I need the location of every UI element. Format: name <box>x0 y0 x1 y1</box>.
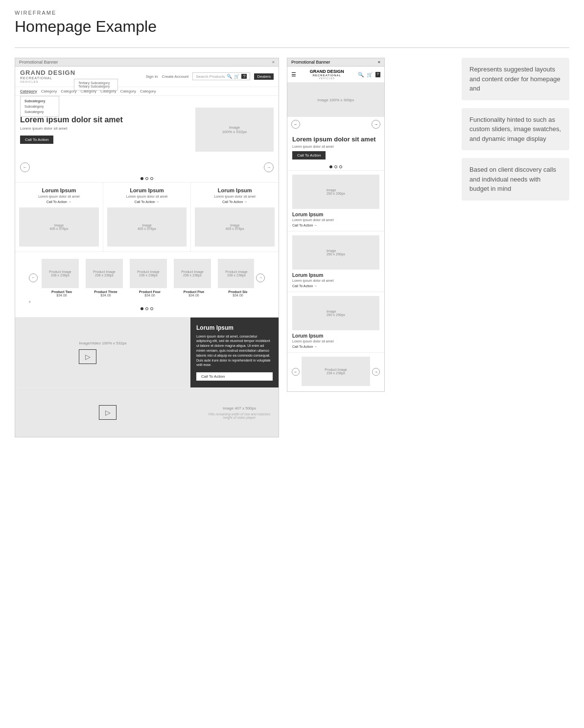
product-4-price: $34.00 <box>174 294 214 297</box>
hero-cta-button[interactable]: Call To Action <box>20 136 53 144</box>
bottom-section: ▷ Image 407 x 500px Fills remaining widt… <box>15 387 279 437</box>
mobile-dot-3[interactable] <box>339 165 342 168</box>
mobile-nav-icons: 🔍 🛒 ? <box>358 72 380 77</box>
user-icon[interactable]: ? <box>241 74 247 79</box>
mobile-dot-1[interactable] <box>329 165 332 168</box>
video-section: Image/Video 100% x 532px ▷ Lorum Ipsum L… <box>15 317 279 388</box>
product-3-image: Product Image 238 x 238px <box>130 259 167 288</box>
products-list: Product Image 238 x 238px Product Two $3… <box>40 257 254 299</box>
mobile-card-3-title: Lorum Ipsum <box>292 333 379 339</box>
product-4-label: Product Image 238 x 238px <box>181 270 204 277</box>
video-left: Image/Video 100% x 532px ▷ <box>15 318 190 388</box>
bottom-img-label: Image 407 x 500px <box>223 406 256 410</box>
mobile-search-icon[interactable]: 🔍 <box>358 72 364 77</box>
card-2-img-label: Image405 x 576px <box>138 224 156 230</box>
dealers-button[interactable]: Dealers <box>254 73 274 80</box>
dot-3[interactable] <box>150 177 153 180</box>
card-2-cta[interactable]: Call To Action → <box>107 200 187 204</box>
mobile-card-1-title: Lorum Ipsum <box>292 212 379 217</box>
prod-dot-1[interactable] <box>140 307 143 310</box>
card-1-cta[interactable]: Call To Action → <box>19 200 99 204</box>
card-1-img-label: Image405 x 576px <box>49 224 68 230</box>
card-3: Lorum Ipsum Lorem ipsum dolor sit amet C… <box>191 182 279 251</box>
mobile-hero-sub: Lorem ipsum dolor sit amet <box>292 145 379 148</box>
prod-dot-3[interactable] <box>150 307 153 310</box>
product-5-label: Product Image 238 x 238px <box>225 270 248 277</box>
mobile-hero-title: Lorem ipsum dolor sit amet <box>292 136 379 143</box>
mobile-user-icon[interactable]: ? <box>375 72 380 77</box>
product-2-price: $34.00 <box>86 294 126 297</box>
search-placeholder: Search Products <box>196 74 225 79</box>
video-text: Lorem ipsum dolor sit amet, consectetur … <box>196 334 273 368</box>
mobile-wireframe: Promotional Banner × ☰ GRAND DESIGN RECR… <box>287 58 385 443</box>
mobile-card-2-title: Lorum Ipsum <box>292 273 379 278</box>
video-cta-button[interactable]: Call To Action <box>196 372 273 381</box>
card-2-image: Image405 x 576px <box>107 207 187 247</box>
video-title: Lorum Ipsum <box>196 324 273 331</box>
video-placeholder: Image/Video 100% x 532px ▷ <box>79 341 127 364</box>
cart-icon[interactable]: 🛒 <box>234 74 239 79</box>
next-arrow[interactable]: → <box>264 162 274 172</box>
mobile-cta-button[interactable]: Call To Action <box>292 151 326 159</box>
create-account-link[interactable]: Create Account <box>162 74 189 79</box>
mobile-card-1-cta[interactable]: Call To Action → <box>292 224 379 227</box>
desktop-nav: GRAND DESIGN RECREATIONAL VEHICLES Sign … <box>15 67 279 87</box>
product-3: Product Image 238 x 238px Product Four $… <box>128 257 172 299</box>
card-1-sub: Lorem ipsum dolor sit amet <box>19 195 99 198</box>
mobile-next-arrow[interactable]: → <box>372 120 380 129</box>
mobile-close-icon[interactable]: × <box>378 60 380 65</box>
mobile-dot-2[interactable] <box>334 165 337 168</box>
mobile-product-row: ← Product Image 238 x 238px → <box>291 357 380 387</box>
mobile-prod-prev[interactable]: ← <box>292 368 300 376</box>
products-prev-arrow[interactable]: ← <box>29 273 38 282</box>
banner-bar: Promotional Banner × <box>15 58 279 67</box>
close-icon[interactable]: × <box>272 60 275 65</box>
category-item-7[interactable]: Category <box>140 89 156 93</box>
mobile-prev-arrow[interactable]: ← <box>291 120 300 129</box>
play-button[interactable]: ▷ <box>79 349 96 364</box>
mobile-card-2-image: Image290 x 290px <box>292 235 379 270</box>
mobile-prod-next[interactable]: → <box>372 368 380 376</box>
mobile-product-img: Product Image 238 x 238px <box>302 357 370 386</box>
dot-2[interactable] <box>145 177 148 180</box>
sign-in-link[interactable]: Sign In <box>146 74 158 79</box>
card-2: Lorum Ipsum Lorem ipsum dolor sit amet C… <box>103 182 191 251</box>
search-box[interactable]: Search Products 🔍 🛒 ? <box>192 72 250 80</box>
mobile-product-label: Product Image 238 x 238px <box>325 368 347 375</box>
product-5-image: Product Image 238 x 238px <box>218 259 254 288</box>
mobile-logo: GRAND DESIGN RECREATIONAL VEHICLES <box>310 69 344 80</box>
product-5: Product Image 238 x 238px Product Six $3… <box>216 257 254 299</box>
search-icon[interactable]: 🔍 <box>227 74 232 79</box>
divider <box>15 47 569 48</box>
mobile-products-section: ← Product Image 238 x 238px → <box>287 352 384 391</box>
mobile-card-3-sub: Lorem ipsum dolor sit amet <box>292 340 379 343</box>
category-item-1[interactable]: Category Subcategory Subcategory Subcate… <box>20 89 37 93</box>
prev-arrow[interactable]: ← <box>20 162 30 172</box>
product-2: Product Image 238 x 238px Product Three … <box>84 257 128 299</box>
mobile-cart-icon[interactable]: 🛒 <box>367 72 373 77</box>
page-label: WIREFRAME <box>15 10 569 16</box>
mobile-card-2-cta[interactable]: Call To Action → <box>292 284 379 288</box>
bottom-play-button[interactable]: ▷ <box>99 405 117 420</box>
card-3-title: Lorum Ipsum <box>195 187 275 193</box>
bottom-right: Image 407 x 500px Fills remaining width … <box>200 388 279 437</box>
product-3-label: Product Image 238 x 238px <box>137 270 160 277</box>
mobile-card-3-cta[interactable]: Call To Action → <box>292 345 379 348</box>
hero-text: Lorem ipsum dolor sit amet Lorem ipsum d… <box>20 115 187 144</box>
hamburger-icon[interactable]: ☰ <box>291 71 296 78</box>
card-1: Lorum Ipsum Lorem ipsum dolor sit amet C… <box>15 182 103 251</box>
hero-subtitle: Lorem ipsum dolor sit amet <box>20 126 187 131</box>
card-3-cta[interactable]: Call To Action → <box>195 200 275 204</box>
mobile-hero-arrows: ← → <box>287 117 384 132</box>
dot-1[interactable] <box>140 177 143 180</box>
products-next-arrow[interactable]: → <box>256 273 265 282</box>
mobile-nav: ☰ GRAND DESIGN RECREATIONAL VEHICLES 🔍 🛒… <box>287 67 384 83</box>
category-item-6[interactable]: Category <box>120 89 136 93</box>
category-nav: Category Subcategory Subcategory Subcate… <box>15 87 279 96</box>
product-4-name: Product Five <box>174 290 214 294</box>
category-item-2[interactable]: Category <box>41 89 57 93</box>
mobile-card-2: Image290 x 290px Lorum Ipsum Lorem ipsum… <box>287 231 384 292</box>
hero-arrows: ← → <box>15 159 279 175</box>
mobile-hero-text: Lorem ipsum dolor sit amet Lorem ipsum d… <box>287 132 384 163</box>
prod-dot-2[interactable] <box>145 307 148 310</box>
